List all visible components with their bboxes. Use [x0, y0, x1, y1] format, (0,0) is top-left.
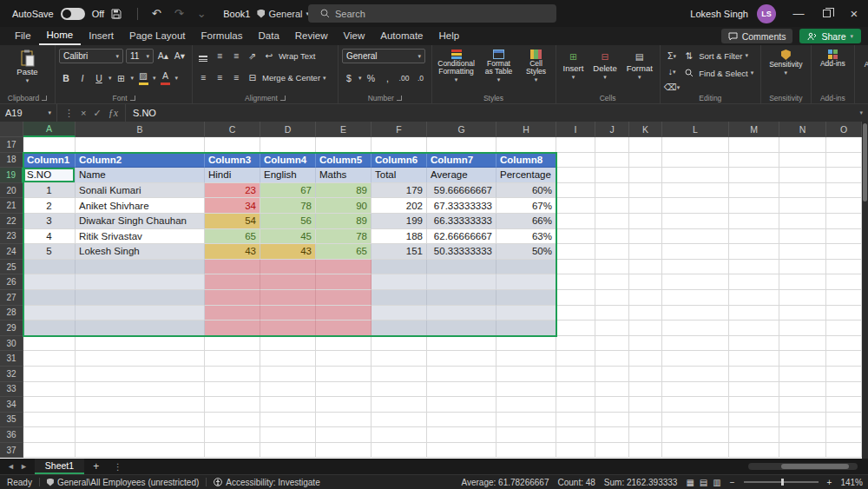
- cell-E28[interactable]: [316, 306, 372, 321]
- cell-L20[interactable]: [662, 183, 729, 199]
- cell-G29[interactable]: [427, 320, 496, 336]
- cell-M23[interactable]: [729, 229, 779, 245]
- row-header-29[interactable]: 29: [0, 320, 23, 336]
- cell-K18[interactable]: [629, 153, 662, 169]
- cell-I19[interactable]: [556, 168, 595, 183]
- cell-L19[interactable]: [662, 168, 729, 183]
- cell-B25[interactable]: [76, 260, 205, 275]
- row-header-18[interactable]: 18: [0, 153, 23, 169]
- cell-F17[interactable]: [372, 137, 427, 153]
- font-size-select[interactable]: 11▾: [126, 49, 154, 63]
- quick-access-toolbar-icon[interactable]: ⌄: [194, 7, 209, 20]
- cell-F25[interactable]: [372, 260, 427, 275]
- conditional-formatting-button[interactable]: Conditional Formatting▾: [436, 49, 477, 83]
- cell-G22[interactable]: 66.33333333: [427, 214, 496, 229]
- cell-C37[interactable]: [205, 443, 260, 459]
- cell-F22[interactable]: 199: [372, 214, 427, 229]
- cell-O28[interactable]: [826, 306, 862, 321]
- cell-A30[interactable]: [23, 336, 76, 352]
- cell-B35[interactable]: [76, 413, 205, 428]
- cell-H37[interactable]: [496, 443, 556, 459]
- cell-O26[interactable]: [826, 274, 862, 290]
- cell-I27[interactable]: [556, 290, 595, 306]
- cell-C17[interactable]: [205, 137, 260, 153]
- cell-G33[interactable]: [427, 382, 496, 398]
- cell-C23[interactable]: 65: [205, 229, 260, 245]
- cell-M34[interactable]: [729, 397, 779, 413]
- cell-O37[interactable]: [826, 443, 862, 459]
- cell-K28[interactable]: [629, 306, 662, 321]
- cell-H29[interactable]: [496, 320, 556, 336]
- cell-I25[interactable]: [556, 260, 595, 275]
- cell-H32[interactable]: [496, 367, 556, 382]
- name-box[interactable]: A19▾: [0, 104, 57, 122]
- cell-K17[interactable]: [629, 137, 662, 153]
- row-header-19[interactable]: 19: [0, 168, 23, 183]
- row-header-30[interactable]: 30: [0, 336, 23, 352]
- cell-C26[interactable]: [205, 274, 260, 290]
- column-header-E[interactable]: E: [316, 122, 372, 137]
- cell-I34[interactable]: [556, 397, 595, 413]
- orientation-icon[interactable]: ⇗: [246, 49, 260, 63]
- addins-button[interactable]: Add-ins: [815, 49, 851, 69]
- cell-L22[interactable]: [662, 214, 729, 229]
- alignment-dialog-launcher[interactable]: [280, 96, 286, 101]
- cell-N37[interactable]: [779, 443, 826, 459]
- cell-H22[interactable]: 66%: [496, 214, 556, 229]
- cell-O25[interactable]: [826, 260, 862, 275]
- cell-K26[interactable]: [629, 274, 662, 290]
- formula-bar-expand-icon[interactable]: ▾: [859, 109, 868, 116]
- cell-D25[interactable]: [260, 260, 316, 275]
- cell-M20[interactable]: [729, 183, 779, 199]
- cell-I33[interactable]: [556, 382, 595, 398]
- sensitivity-button[interactable]: Sensitivity▾: [765, 49, 807, 76]
- cell-F37[interactable]: [372, 443, 427, 459]
- cell-A35[interactable]: [23, 413, 76, 428]
- cell-B20[interactable]: Sonali Kumari: [76, 183, 205, 199]
- row-header-33[interactable]: 33: [0, 382, 23, 398]
- accessibility-status[interactable]: Accessibility: Investigate: [207, 475, 326, 489]
- cell-K27[interactable]: [629, 290, 662, 306]
- cell-O33[interactable]: [826, 382, 862, 398]
- cell-B17[interactable]: [76, 137, 205, 153]
- cell-D24[interactable]: 43: [260, 244, 316, 260]
- row-header-36[interactable]: 36: [0, 427, 23, 443]
- cell-I28[interactable]: [556, 306, 595, 321]
- cell-L23[interactable]: [662, 229, 729, 245]
- borders-icon[interactable]: ⊞: [115, 71, 128, 85]
- autosave-toggle[interactable]: [61, 8, 85, 20]
- cell-L21[interactable]: [662, 198, 729, 214]
- cell-M29[interactable]: [729, 320, 779, 336]
- cell-D32[interactable]: [260, 367, 316, 382]
- column-header-L[interactable]: L: [662, 122, 729, 137]
- cell-A21[interactable]: 2: [23, 198, 76, 214]
- cell-C18[interactable]: Column3: [205, 153, 260, 169]
- cell-B30[interactable]: [76, 336, 205, 352]
- cell-F30[interactable]: [372, 336, 427, 352]
- cell-B21[interactable]: Aniket Shivhare: [76, 198, 205, 214]
- cell-A23[interactable]: 4: [23, 229, 76, 245]
- cell-L35[interactable]: [662, 413, 729, 428]
- cell-J26[interactable]: [595, 274, 629, 290]
- cell-L26[interactable]: [662, 274, 729, 290]
- cell-I26[interactable]: [556, 274, 595, 290]
- cell-M24[interactable]: [729, 244, 779, 260]
- cell-I22[interactable]: [556, 214, 595, 229]
- cell-J37[interactable]: [595, 443, 629, 459]
- cell-K22[interactable]: [629, 214, 662, 229]
- cell-F35[interactable]: [372, 413, 427, 428]
- cell-E22[interactable]: 89: [316, 214, 372, 229]
- cell-O36[interactable]: [826, 427, 862, 443]
- merge-center-icon[interactable]: ⊟: [246, 71, 260, 85]
- cell-G27[interactable]: [427, 290, 496, 306]
- cell-A37[interactable]: [23, 443, 76, 459]
- column-header-N[interactable]: N: [779, 122, 826, 137]
- cell-C29[interactable]: [205, 320, 260, 336]
- cell-J22[interactable]: [595, 214, 629, 229]
- number-format-select[interactable]: General▾: [342, 49, 425, 63]
- cell-G25[interactable]: [427, 260, 496, 275]
- cell-L32[interactable]: [662, 367, 729, 382]
- cell-D26[interactable]: [260, 274, 316, 290]
- cell-H23[interactable]: 63%: [496, 229, 556, 245]
- cell-I29[interactable]: [556, 320, 595, 336]
